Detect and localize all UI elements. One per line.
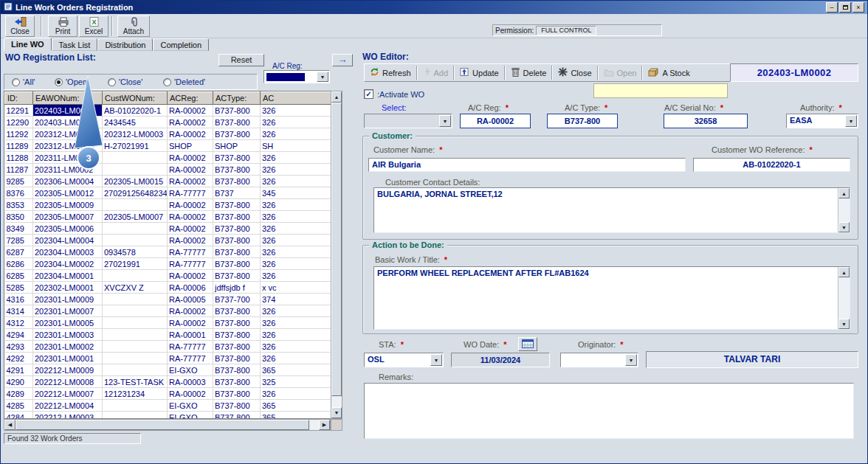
scroll-up-icon[interactable]: ▲ — [838, 188, 850, 198]
cell-ac[interactable]: 326 — [261, 341, 331, 353]
cell-cust[interactable] — [103, 329, 168, 341]
dropdown-arrow-icon[interactable]: ▼ — [625, 354, 637, 366]
close-button[interactable]: Close — [5, 15, 35, 37]
cell-ac[interactable]: 326 — [261, 223, 331, 235]
cell-actype[interactable]: B737-800 — [213, 128, 261, 140]
cell-ac[interactable]: 326 — [261, 152, 331, 164]
cell-id[interactable]: 5285 — [5, 282, 33, 294]
cell-acreg[interactable]: RA-00002 — [168, 105, 213, 117]
cell-cust[interactable] — [103, 223, 168, 235]
cell-acreg[interactable]: RA-00002 — [168, 388, 213, 400]
scrollbar-thumb[interactable] — [16, 420, 309, 430]
cell-actype[interactable]: B737-800 — [213, 317, 261, 329]
cell-cust[interactable] — [103, 400, 168, 412]
cell-id[interactable]: 4291 — [5, 364, 33, 376]
update-button[interactable]: Update — [455, 64, 503, 81]
basic-work-input[interactable]: PERFORM WHEEL REPLACEMENT AFTER FL#AB162… — [373, 266, 850, 330]
cell-cust[interactable]: 123-TEST-TASK — [103, 376, 168, 388]
column-header-ac[interactable]: AC — [261, 92, 331, 105]
cell-id[interactable]: 4292 — [5, 353, 33, 364]
sta-select[interactable]: OSL ▼ — [364, 353, 444, 367]
cell-id[interactable]: 11288 — [5, 152, 33, 164]
cell-ea[interactable]: 202304-LM0003 — [33, 246, 103, 258]
cell-actype[interactable]: B737-800 — [213, 353, 261, 364]
cell-id[interactable]: 4289 — [5, 388, 33, 400]
cell-ac[interactable]: 326 — [261, 176, 331, 187]
tab-completion[interactable]: Completion — [153, 38, 209, 51]
cell-id[interactable]: 11292 — [5, 128, 33, 140]
cell-id[interactable]: 9285 — [5, 176, 33, 187]
cell-acreg[interactable]: RA-77777 — [168, 341, 213, 353]
highlighted-input[interactable] — [593, 83, 728, 98]
column-header-id[interactable]: ID: — [5, 92, 33, 105]
cell-ac[interactable]: x vc — [261, 282, 331, 294]
cell-ac[interactable]: 326 — [261, 305, 331, 317]
contact-scrollbar[interactable]: ▲ ▼ — [838, 188, 850, 232]
cell-id[interactable]: 12291 — [5, 105, 33, 117]
cell-actype[interactable]: jdffsjdb f — [213, 282, 261, 294]
cell-actype[interactable]: B737-800 — [213, 152, 261, 164]
cell-ea[interactable]: 202301-LM0005 — [33, 317, 103, 329]
cell-ea[interactable]: 202301-LM0009 — [33, 294, 103, 305]
authority-select[interactable]: EASA ▼ — [786, 114, 858, 128]
cell-ea[interactable]: 202301-LM0001 — [33, 353, 103, 364]
ac-serial-value[interactable]: 32658 — [664, 114, 748, 128]
cell-ac[interactable]: 326 — [261, 388, 331, 400]
activate-wo-checkbox[interactable]: ✓ — [364, 89, 373, 99]
close-wo-button[interactable]: Close — [553, 64, 596, 81]
scroll-right-icon[interactable]: ▶ — [319, 420, 330, 430]
ac-reg-filter-select[interactable]: ▼ — [264, 70, 330, 83]
cell-acreg[interactable]: RA-00002 — [168, 128, 213, 140]
cell-acreg[interactable]: SHOP — [168, 140, 213, 152]
cell-cust[interactable] — [103, 199, 168, 211]
table-row[interactable]: 4290202212-LM0008123-TEST-TASKRA-00003B7… — [5, 376, 331, 388]
table-row[interactable]: 4285202212-LM0004EI-GXOB737-800365 — [5, 400, 331, 412]
cell-cust[interactable]: XVCZXV Z — [103, 282, 168, 294]
dropdown-arrow-icon[interactable]: ▼ — [317, 72, 328, 82]
cell-acreg[interactable]: EI-GXO — [168, 400, 213, 412]
cell-cust[interactable] — [103, 341, 168, 353]
cell-actype[interactable]: B737-800 — [213, 117, 261, 128]
table-row[interactable]: 6285202304-LM0001RA-00002B737-800326 — [5, 270, 331, 282]
cell-acreg[interactable]: RA-00002 — [168, 117, 213, 128]
cell-ac[interactable]: 326 — [261, 128, 331, 140]
table-row[interactable]: 4293202301-LM0002RA-77777B737-800326 — [5, 341, 331, 353]
cell-cust[interactable]: 121231234 — [103, 388, 168, 400]
cell-id[interactable]: 8350 — [5, 211, 33, 223]
refresh-button[interactable]: Refresh — [365, 64, 416, 81]
cell-id[interactable]: 4294 — [5, 329, 33, 341]
cell-actype[interactable]: B737-800 — [213, 388, 261, 400]
table-row[interactable]: 4284202212-LM0003EI-GXOB737-800365 — [5, 412, 331, 420]
table-row[interactable]: 4294202301-LM0003RA-00001B737-800326 — [5, 329, 331, 341]
scrollbar-thumb[interactable] — [331, 103, 342, 396]
cell-acreg[interactable]: RA-77777 — [168, 246, 213, 258]
cell-id[interactable]: 11289 — [5, 140, 33, 152]
cell-ea[interactable]: 202301-LM0003 — [33, 329, 103, 341]
filter-radio-deleted[interactable]: 'Deleted' — [163, 77, 205, 86]
wo-date-value[interactable]: 11/03/2024 — [451, 353, 550, 367]
table-row[interactable]: 4314202301-LM0007RA-00002B737-800326 — [5, 305, 331, 317]
customer-ref-input[interactable]: AB-01022020-1 — [693, 158, 850, 172]
cell-id[interactable]: 4285 — [5, 400, 33, 412]
cell-ac[interactable]: 374 — [261, 294, 331, 305]
cell-acreg[interactable]: RA-00002 — [168, 235, 213, 246]
scroll-down-icon[interactable]: ▼ — [331, 407, 342, 418]
cell-ea[interactable]: 202212-LM0009 — [33, 364, 103, 376]
cell-ac[interactable]: 365 — [261, 364, 331, 376]
cell-cust[interactable] — [103, 412, 168, 420]
cell-ea[interactable]: 202212-LM0008 — [33, 376, 103, 388]
scroll-down-icon[interactable]: ▼ — [838, 222, 850, 232]
cell-id[interactable]: 4284 — [5, 412, 33, 420]
column-header-acreg[interactable]: ACReg: — [168, 92, 213, 105]
table-row[interactable]: 7285202304-LM0004RA-00002B737-800326 — [5, 235, 331, 246]
cell-ea[interactable]: 202305-LM0009 — [33, 199, 103, 211]
cell-ac[interactable]: 326 — [261, 270, 331, 282]
cell-actype[interactable]: B737-800 — [213, 199, 261, 211]
cell-ac[interactable]: 326 — [261, 258, 331, 270]
cell-cust[interactable]: 202305-LM0007 — [103, 211, 168, 223]
cell-id[interactable]: 11287 — [5, 164, 33, 176]
cell-ea[interactable]: 202305-LM0007 — [33, 211, 103, 223]
cell-id[interactable]: 6286 — [5, 258, 33, 270]
cell-acreg[interactable]: RA-77777 — [168, 187, 213, 199]
cell-cust[interactable]: 27029125648234 — [103, 187, 168, 199]
